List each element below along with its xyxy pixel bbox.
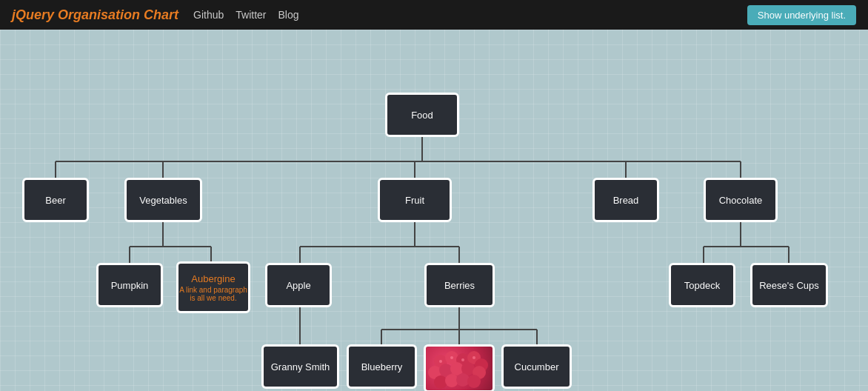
show-underlying-button[interactable]: Show underlying list. [747, 5, 856, 25]
header-nav: Github Twitter Blog [193, 9, 299, 21]
node-blueberry: Blueberry [347, 344, 417, 389]
svg-point-41 [461, 358, 464, 361]
node-apple: Apple [265, 263, 332, 307]
header: jQuery Organisation Chart Github Twitter… [0, 0, 868, 30]
svg-point-42 [473, 356, 475, 359]
node-cucumber: Cucumber [501, 344, 572, 389]
app-title: jQuery Organisation Chart [12, 7, 178, 23]
raspberry-image [426, 347, 493, 390]
nav-blog[interactable]: Blog [278, 9, 299, 21]
nav-github[interactable]: Github [193, 9, 224, 21]
node-raspberry [424, 344, 495, 391]
node-bread: Bread [592, 178, 659, 222]
node-granny-smith: Granny Smith [261, 344, 339, 389]
svg-point-39 [439, 360, 442, 363]
node-berries: Berries [424, 263, 495, 307]
node-chocolate: Chocolate [704, 178, 778, 222]
org-chart: Food Beer Vegetables Fruit Bread Chocola… [7, 44, 859, 391]
svg-point-40 [450, 356, 453, 359]
svg-point-38 [467, 375, 481, 388]
node-vegetables: Vegetables [124, 178, 202, 222]
nav-twitter[interactable]: Twitter [236, 9, 266, 21]
node-food: Food [385, 93, 459, 137]
node-aubergine: Aubergine A link and paragraph is all we… [176, 261, 250, 313]
chart-area: Food Beer Vegetables Fruit Bread Chocola… [0, 30, 868, 391]
node-pumpkin: Pumpkin [96, 263, 163, 307]
node-beer: Beer [22, 178, 89, 222]
node-fruit: Fruit [378, 178, 452, 222]
node-reeses: Reese's Cups [750, 263, 828, 307]
node-topdeck: Topdeck [669, 263, 735, 307]
